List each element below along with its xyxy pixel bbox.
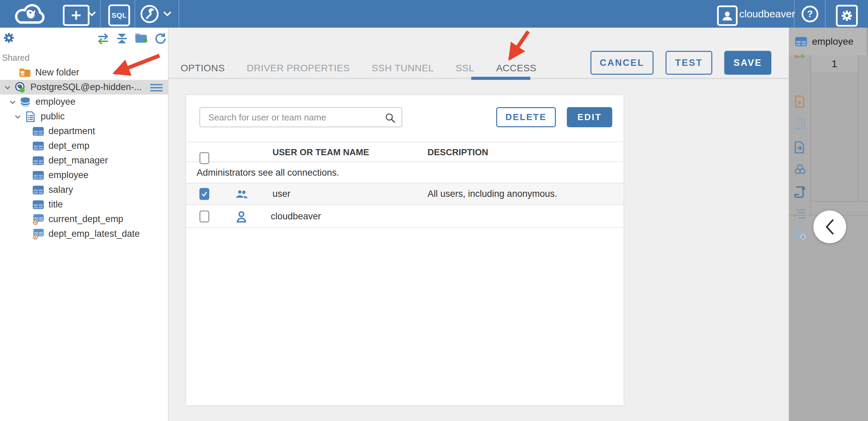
tree-item-label: current_dept_emp bbox=[48, 214, 123, 224]
svg-text:?: ? bbox=[807, 9, 813, 19]
run-script-icon[interactable] bbox=[794, 95, 806, 108]
tree-item-label: New folder bbox=[35, 67, 79, 78]
save-button[interactable]: SAVE bbox=[724, 51, 771, 75]
header-divider bbox=[179, 0, 179, 28]
cancel-button[interactable]: CANCEL bbox=[590, 51, 654, 75]
table-row-cloudbeaver[interactable]: cloudbeaver bbox=[186, 206, 624, 228]
tab-driver-properties[interactable]: DRIVER PROPERTIES bbox=[247, 63, 350, 74]
tab-label: employee bbox=[812, 36, 853, 47]
access-table-header: USER OR TEAM NAME DESCRIPTION bbox=[186, 142, 624, 162]
tab-ssl[interactable]: SSL bbox=[456, 63, 474, 74]
chevron-down-icon[interactable] bbox=[4, 85, 11, 89]
connection-wrench-icon[interactable] bbox=[139, 4, 160, 24]
settings-button[interactable] bbox=[836, 5, 858, 27]
tree-item-label: title bbox=[48, 199, 63, 210]
table-icon bbox=[795, 37, 807, 47]
chevron-down-icon[interactable] bbox=[15, 115, 22, 119]
table-icon bbox=[32, 171, 44, 180]
tree-item-label: employee bbox=[48, 170, 88, 180]
new-connection-button[interactable] bbox=[63, 5, 89, 26]
export-document-icon[interactable] bbox=[794, 141, 805, 154]
folder-db-icon bbox=[19, 68, 31, 78]
search-input[interactable] bbox=[208, 108, 380, 127]
script-scroll-icon[interactable] bbox=[794, 185, 806, 199]
navigation-sidebar: Shared New folder bbox=[0, 28, 169, 421]
cloudbeaver-logo-icon[interactable] bbox=[10, 2, 48, 26]
database-tree: New folder PostgreSQL@ep-hidden-... bbox=[0, 65, 168, 241]
add-bookmark-icon[interactable] bbox=[794, 53, 806, 64]
row-checkbox-checked[interactable] bbox=[199, 188, 209, 200]
tree-item-view-dept-emp-latest-date[interactable]: dept_emp_latest_date bbox=[0, 227, 168, 241]
edit-button[interactable]: EDIT bbox=[567, 107, 612, 127]
row-description: All users, including anonymous. bbox=[428, 184, 557, 204]
table-icon bbox=[32, 156, 44, 165]
column-header-description: DESCRIPTION bbox=[428, 142, 488, 162]
header-divider bbox=[825, 0, 826, 28]
new-folder-icon[interactable] bbox=[135, 32, 148, 44]
tree-item-label: dept_emp_latest_date bbox=[48, 229, 140, 239]
database-icon bbox=[19, 97, 31, 107]
table-row-user[interactable]: user All users, including anonymous. bbox=[186, 184, 624, 205]
tab-ssh-tunnel[interactable]: SSH TUNNEL bbox=[372, 63, 434, 74]
export-folder-icon[interactable] bbox=[794, 229, 807, 241]
log-viewer-icon[interactable] bbox=[794, 208, 807, 220]
tree-item-table-dept-manager[interactable]: dept_manager bbox=[0, 153, 168, 168]
sync-arrows-icon[interactable] bbox=[96, 32, 110, 45]
row-name: user bbox=[272, 184, 291, 204]
select-all-checkbox[interactable] bbox=[199, 152, 209, 164]
tree-item-postgresql-connection[interactable]: PostgreSQL@ep-hidden-... bbox=[0, 80, 168, 95]
view-icon bbox=[32, 214, 44, 225]
tree-item-view-current-dept-emp[interactable]: current_dept_emp bbox=[0, 212, 168, 227]
connection-chevron-down-icon[interactable] bbox=[163, 11, 172, 16]
access-panel: DELETE EDIT USER OR TEAM NAME DESCRIPTIO… bbox=[186, 95, 624, 405]
user-avatar[interactable] bbox=[717, 5, 738, 26]
table-icon bbox=[32, 141, 44, 151]
tree-item-table-salary[interactable]: salary bbox=[0, 183, 168, 197]
tree-item-table-dept-emp[interactable]: dept_emp bbox=[0, 139, 168, 153]
row-name: cloudbeaver bbox=[271, 206, 321, 227]
connection-menu-icon[interactable] bbox=[150, 83, 163, 92]
tab-employee-table[interactable]: employee bbox=[789, 28, 867, 55]
tree-item-label: dept_emp bbox=[48, 141, 89, 151]
connection-dialog: OPTIONS DRIVER PROPERTIES SSH TUNNEL SSL… bbox=[169, 28, 789, 421]
knot-icon[interactable] bbox=[794, 163, 807, 176]
sql-badge-label: SQL bbox=[112, 11, 127, 19]
chevron-down-icon[interactable] bbox=[10, 100, 16, 104]
tree-item-label: dept_manager bbox=[48, 155, 108, 166]
data-viewer-panel: employee bbox=[789, 28, 868, 421]
refresh-icon[interactable] bbox=[154, 32, 166, 44]
tree-item-table-employee[interactable]: employee bbox=[0, 168, 168, 183]
tree-item-label: public bbox=[41, 111, 65, 122]
data-viewer-tab-strip: employee bbox=[789, 28, 868, 55]
delete-button[interactable]: DELETE bbox=[496, 107, 556, 127]
tree-item-label: department bbox=[48, 126, 95, 136]
header-divider bbox=[135, 0, 135, 28]
tree-item-label: PostgreSQL@ep-hidden-... bbox=[30, 82, 142, 92]
cloudbeaver-app: SQL cloudbeaver ? bbox=[0, 0, 868, 421]
search-box bbox=[199, 107, 402, 127]
view-icon bbox=[32, 229, 44, 239]
sidebar-settings-gear-icon[interactable] bbox=[3, 32, 14, 43]
help-button[interactable]: ? bbox=[801, 5, 819, 23]
tree-item-table-department[interactable]: department bbox=[0, 124, 168, 139]
search-icon bbox=[384, 112, 396, 124]
new-connection-chevron-down-icon[interactable] bbox=[87, 11, 96, 16]
tab-options[interactable]: OPTIONS bbox=[181, 63, 225, 74]
row-checkbox-unchecked[interactable] bbox=[199, 210, 209, 222]
tree-item-table-title[interactable]: title bbox=[0, 197, 168, 212]
tab-access[interactable]: ACCESS bbox=[496, 63, 536, 74]
tree-item-label: employee bbox=[36, 97, 75, 107]
sidebar-toolbar bbox=[0, 28, 168, 49]
postgresql-icon bbox=[14, 82, 26, 93]
test-button[interactable]: TEST bbox=[666, 51, 712, 75]
sql-editor-button[interactable]: SQL bbox=[108, 4, 130, 26]
column-header-name: USER OR TEAM NAME bbox=[272, 142, 369, 162]
tree-item-database-employee[interactable]: employee bbox=[0, 95, 168, 109]
tree-item-schema-public[interactable]: public bbox=[0, 109, 168, 124]
user-icon bbox=[236, 206, 247, 227]
grid-view-icon[interactable] bbox=[794, 117, 807, 131]
expand-panel-button[interactable] bbox=[813, 210, 846, 243]
username-label[interactable]: cloudbeaver bbox=[739, 0, 795, 28]
collapse-all-icon[interactable] bbox=[116, 33, 128, 44]
tree-item-new-folder[interactable]: New folder bbox=[0, 65, 168, 80]
